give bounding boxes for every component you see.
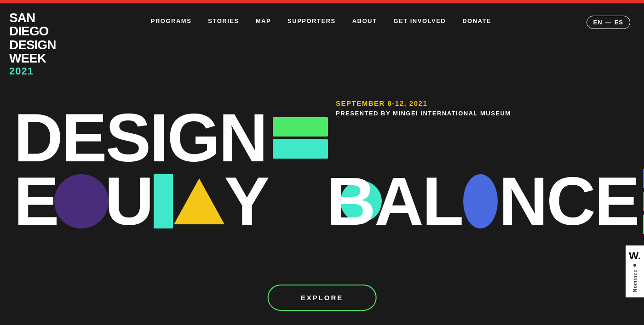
- side-badge-w: W.: [629, 251, 641, 261]
- yellow-triangle-t: [174, 178, 224, 224]
- main-nav: PROGRAMS STORIES MAP SUPPORTERS ABOUT GE…: [151, 17, 491, 24]
- hero-content: SEPTEMBER 8-12, 2021 PRESENTED BY MINGEI…: [14, 86, 630, 302]
- hero-line-balance: B A L N C E: [327, 167, 644, 235]
- side-badge-dot: [633, 264, 636, 267]
- event-date: SEPTEMBER 8-12, 2021: [336, 99, 511, 107]
- nav-get-involved[interactable]: GET INVOLVED: [393, 17, 446, 24]
- design-equals-shapes: [273, 117, 328, 159]
- green-rect-top: [273, 117, 328, 137]
- purple-circle-q: [54, 174, 109, 228]
- nav-donate[interactable]: DONATE: [462, 17, 491, 24]
- lang-es[interactable]: ES: [615, 19, 623, 26]
- letter-l: L: [422, 167, 462, 235]
- lang-en[interactable]: EN: [593, 19, 603, 26]
- nav-about[interactable]: ABOUT: [352, 17, 377, 24]
- hero-date-info: SEPTEMBER 8-12, 2021 PRESENTED BY MINGEI…: [336, 99, 511, 117]
- cyan-rect-bottom: [273, 139, 328, 159]
- letter-u: U: [105, 167, 153, 235]
- language-switcher[interactable]: EN — ES: [586, 16, 630, 29]
- logo-text: SANDIEGODESIGNWEEK: [9, 11, 56, 65]
- nav-programs[interactable]: PROGRAMS: [151, 17, 192, 24]
- hero-section: SEPTEMBER 8-12, 2021 PRESENTED BY MINGEI…: [0, 76, 644, 302]
- side-badge: W. Nominee: [626, 245, 644, 297]
- hero-line-design: DESIGN: [14, 104, 328, 172]
- letter-c: C: [546, 167, 594, 235]
- side-badge-nominee: Nominee: [632, 269, 638, 292]
- letter-e: E: [14, 167, 58, 235]
- letter-e2: E: [594, 167, 638, 235]
- hero-line-equity: E U Y: [14, 167, 268, 235]
- letter-y: Y: [224, 167, 269, 235]
- event-presented: PRESENTED BY MINGEI INTERNATIONAL MUSEUM: [336, 110, 511, 117]
- site-header: SANDIEGODESIGNWEEK 2021 PROGRAMS STORIES…: [0, 3, 644, 76]
- site-logo[interactable]: SANDIEGODESIGNWEEK 2021: [9, 11, 56, 76]
- cyan-rect-i: [154, 174, 173, 228]
- explore-button[interactable]: EXPLORE: [268, 285, 377, 311]
- letter-n: N: [499, 167, 546, 235]
- explore-button-wrap: EXPLORE: [268, 285, 377, 311]
- logo-year: 2021: [9, 66, 56, 76]
- nav-stories[interactable]: STORIES: [208, 17, 239, 24]
- lang-divider: —: [605, 19, 612, 26]
- letter-b: B: [327, 167, 374, 235]
- nav-map[interactable]: MAP: [256, 17, 271, 24]
- word-design: DESIGN: [14, 104, 266, 172]
- nav-supporters[interactable]: SUPPORTERS: [288, 17, 336, 24]
- blue-pill-a: [463, 174, 498, 228]
